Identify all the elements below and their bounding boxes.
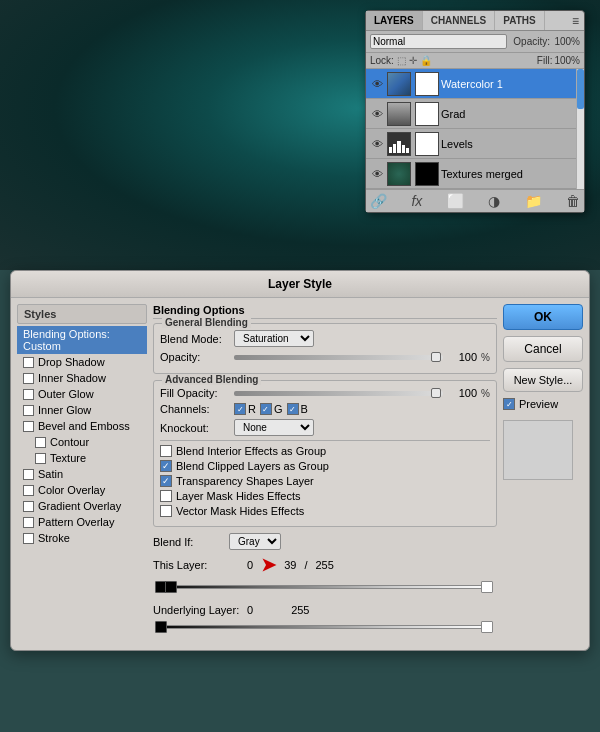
fx-icon[interactable]: fx (411, 193, 422, 209)
mask-icon[interactable]: ⬜ (447, 193, 464, 209)
separator: / (304, 559, 307, 571)
this-layer-values: 0 ➤ 39 / 255 (247, 554, 334, 576)
folder-icon[interactable]: 📁 (525, 193, 542, 209)
layers-panel: LAYERS CHANNELS PATHS ≡ Normal Opacity: … (365, 10, 585, 213)
adv-check-blend-interior[interactable]: Blend Interior Effects as Group (160, 445, 490, 457)
underlying-handle-left[interactable] (155, 621, 167, 633)
options-panel: Blending Options General Blending Blend … (153, 304, 497, 644)
lock-all-icon[interactable]: 🔒 (420, 55, 432, 66)
underlying-layer-slider-container (153, 618, 497, 636)
style-label: Gradient Overlay (38, 500, 121, 512)
layer-style-dialog: Layer Style Styles Blending Options: Cus… (10, 270, 590, 651)
contour-checkbox[interactable] (35, 437, 46, 448)
eye-icon-grad[interactable]: 👁 (369, 106, 385, 122)
drop-shadow-checkbox[interactable] (23, 357, 34, 368)
fill-opacity-thumb[interactable] (431, 388, 441, 398)
style-item-blending-options[interactable]: Blending Options: Custom (17, 326, 147, 354)
fill-opacity-unit: % (481, 388, 490, 399)
satin-checkbox[interactable] (23, 469, 34, 480)
blend-interior-checkbox[interactable] (160, 445, 172, 457)
style-item-outer-glow[interactable]: Outer Glow (17, 386, 147, 402)
channel-b-check[interactable]: ✓ B (287, 403, 308, 415)
panel-menu-icon[interactable]: ≡ (567, 12, 584, 30)
eye-icon-watercolor[interactable]: 👁 (369, 76, 385, 92)
trash-icon[interactable]: 🗑 (566, 193, 580, 209)
style-item-inner-glow[interactable]: Inner Glow (17, 402, 147, 418)
adjustment-icon[interactable]: ◑ (488, 193, 500, 209)
style-item-texture[interactable]: Texture (17, 450, 147, 466)
preview-checkbox[interactable]: ✓ (503, 398, 515, 410)
outer-glow-checkbox[interactable] (23, 389, 34, 400)
lock-checkerboard-icon[interactable]: ⬚ (397, 55, 406, 66)
color-overlay-checkbox[interactable] (23, 485, 34, 496)
link-icon[interactable]: 🔗 (370, 193, 387, 209)
style-item-pattern-overlay[interactable]: Pattern Overlay (17, 514, 147, 530)
channel-r-checkbox[interactable]: ✓ (234, 403, 246, 415)
transparency-shapes-checkbox[interactable]: ✓ (160, 475, 172, 487)
adv-check-vector-mask[interactable]: Vector Mask Hides Effects (160, 505, 490, 517)
fill-opacity-slider[interactable] (234, 391, 443, 396)
cancel-button[interactable]: Cancel (503, 336, 583, 362)
knockout-dropdown[interactable]: None (234, 419, 314, 436)
pattern-overlay-checkbox[interactable] (23, 517, 34, 528)
channel-r-check[interactable]: ✓ R (234, 403, 256, 415)
tab-paths[interactable]: PATHS (495, 11, 544, 30)
lock-move-icon[interactable]: ✛ (409, 55, 417, 66)
styles-panel: Styles Blending Options: Custom Drop Sha… (17, 304, 147, 644)
tab-layers[interactable]: LAYERS (366, 11, 423, 30)
opacity-row: Opacity: 100 % (160, 351, 490, 363)
gradient-overlay-checkbox[interactable] (23, 501, 34, 512)
ok-button[interactable]: OK (503, 304, 583, 330)
style-label: Drop Shadow (38, 356, 105, 368)
eye-icon-levels[interactable]: 👁 (369, 136, 385, 152)
style-item-bevel-emboss[interactable]: Bevel and Emboss (17, 418, 147, 434)
inner-glow-checkbox[interactable] (23, 405, 34, 416)
opacity-slider[interactable] (234, 355, 443, 360)
eye-icon-textures[interactable]: 👁 (369, 166, 385, 182)
preview-label: Preview (519, 398, 558, 410)
texture-checkbox[interactable] (35, 453, 46, 464)
layers-scrollbar[interactable] (576, 69, 584, 189)
style-label: Texture (50, 452, 86, 464)
style-item-color-overlay[interactable]: Color Overlay (17, 482, 147, 498)
style-item-satin[interactable]: Satin (17, 466, 147, 482)
bevel-emboss-checkbox[interactable] (23, 421, 34, 432)
channel-g-checkbox[interactable]: ✓ (260, 403, 272, 415)
new-style-button[interactable]: New Style... (503, 368, 583, 392)
style-item-contour[interactable]: Contour (17, 434, 147, 450)
blend-mode-select[interactable]: Normal (370, 34, 507, 49)
blend-if-dropdown[interactable]: Gray (229, 533, 281, 550)
style-label: Pattern Overlay (38, 516, 114, 528)
underlying-handle-right[interactable] (481, 621, 493, 633)
channel-g-check[interactable]: ✓ G (260, 403, 283, 415)
lock-row: Lock: ⬚ ✛ 🔒 Fill: 100% (366, 53, 584, 69)
layer-row-grad[interactable]: 👁 Grad (366, 99, 576, 129)
vector-mask-checkbox[interactable] (160, 505, 172, 517)
channel-b-checkbox[interactable]: ✓ (287, 403, 299, 415)
stroke-checkbox[interactable] (23, 533, 34, 544)
this-layer-handle-right[interactable] (481, 581, 493, 593)
style-item-gradient-overlay[interactable]: Gradient Overlay (17, 498, 147, 514)
style-label: Stroke (38, 532, 70, 544)
opacity-slider-thumb[interactable] (431, 352, 441, 362)
tab-channels[interactable]: CHANNELS (423, 11, 496, 30)
adv-check-transparency-shapes[interactable]: ✓ Transparency Shapes Layer (160, 475, 490, 487)
style-label: Satin (38, 468, 63, 480)
inner-shadow-checkbox[interactable] (23, 373, 34, 384)
blend-clipped-checkbox[interactable]: ✓ (160, 460, 172, 472)
dialog-buttons: OK Cancel New Style... ✓ Preview (503, 304, 583, 644)
style-label: Blending Options: Custom (23, 328, 141, 352)
blend-if-section: Blend If: Gray This Layer: 0 ➤ 39 / 255 (153, 533, 497, 636)
style-item-drop-shadow[interactable]: Drop Shadow (17, 354, 147, 370)
layer-row-textures[interactable]: 👁 Textures merged (366, 159, 576, 189)
blend-mode-dropdown[interactable]: Saturation (234, 330, 314, 347)
style-item-inner-shadow[interactable]: Inner Shadow (17, 370, 147, 386)
layer-row-watercolor[interactable]: 👁 Watercolor 1 (366, 69, 576, 99)
adv-check-layer-mask[interactable]: Layer Mask Hides Effects (160, 490, 490, 502)
layer-row-levels[interactable]: 👁 Levels (366, 129, 576, 159)
this-layer-handle-left2[interactable] (165, 581, 177, 593)
style-item-stroke[interactable]: Stroke (17, 530, 147, 546)
adv-check-blend-clipped[interactable]: ✓ Blend Clipped Layers as Group (160, 460, 490, 472)
advanced-blending-section: Advanced Blending Fill Opacity: 100 % Ch… (153, 380, 497, 527)
layer-mask-checkbox[interactable] (160, 490, 172, 502)
